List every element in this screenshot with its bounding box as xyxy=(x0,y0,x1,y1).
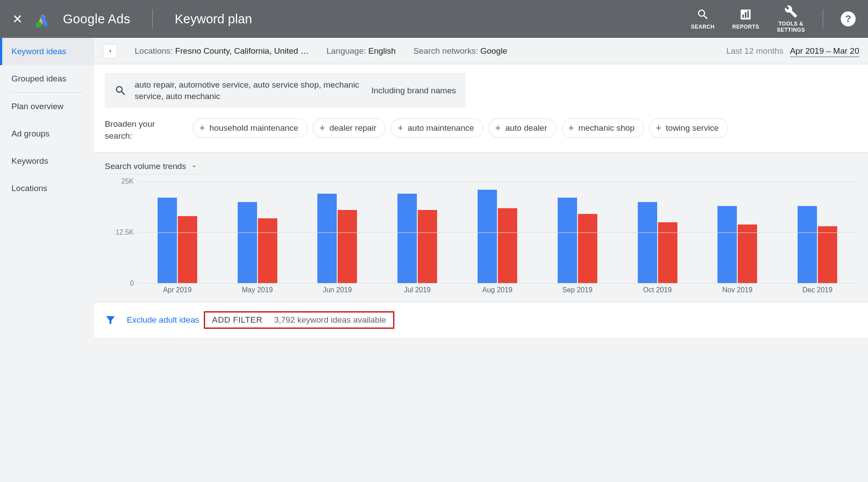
sidebar: Keyword ideas Grouped ideas Plan overvie… xyxy=(0,38,94,482)
highlighted-region: ADD FILTER 3,792 keyword ideas available xyxy=(204,311,394,329)
networks-label: Search networks: xyxy=(413,46,478,55)
search-label: SEARCH xyxy=(691,24,715,30)
language-filter[interactable]: Language: English xyxy=(327,46,396,56)
tools-label: TOOLS & SETTINGS xyxy=(777,21,805,33)
locations-filter[interactable]: Locations: Fresno County, California, Un… xyxy=(135,46,309,56)
chip-label: towing service xyxy=(666,123,719,133)
search-nav[interactable]: SEARCH xyxy=(691,8,715,30)
reports-label: REPORTS xyxy=(732,24,759,30)
header-right: SEARCH REPORTS TOOLS & SETTINGS ? xyxy=(691,5,856,33)
svg-rect-2 xyxy=(745,12,747,18)
bar[interactable] xyxy=(717,206,737,283)
broaden-chip[interactable]: +dealer repair xyxy=(313,118,386,138)
x-tick-label: Apr 2019 xyxy=(137,283,217,296)
broaden-chip[interactable]: +towing service xyxy=(649,118,728,138)
broaden-chip[interactable]: +mechanic shop xyxy=(562,118,644,138)
x-tick-label: Nov 2019 xyxy=(697,283,777,296)
exclude-adult-link[interactable]: Exclude adult ideas xyxy=(127,315,199,325)
collapse-sidebar-button[interactable] xyxy=(103,44,117,58)
x-tick-label: Dec 2019 xyxy=(777,283,857,296)
bar[interactable] xyxy=(798,206,817,283)
seed-row: auto repair, automotive service, auto se… xyxy=(94,64,868,112)
bar[interactable] xyxy=(578,214,597,283)
main-content: Locations: Fresno County, California, Un… xyxy=(94,38,868,482)
bar[interactable] xyxy=(158,198,177,283)
bar[interactable] xyxy=(338,210,357,283)
chart: 012.5K25K Apr 2019May 2019Jun 2019Jul 20… xyxy=(105,181,857,296)
chip-label: household maintenance xyxy=(210,123,298,133)
x-tick-label: Oct 2019 xyxy=(618,283,698,296)
networks-filter[interactable]: Search networks: Google xyxy=(413,46,507,56)
bar[interactable] xyxy=(317,194,337,283)
plus-icon: + xyxy=(656,122,662,134)
bar[interactable] xyxy=(818,226,837,283)
seed-keywords-input[interactable]: auto repair, automotive service, auto se… xyxy=(105,73,466,108)
sidebar-item-keywords[interactable]: Keywords xyxy=(0,147,94,175)
chip-label: auto dealer xyxy=(505,123,547,133)
search-icon xyxy=(114,85,127,97)
y-tick-label: 25K xyxy=(121,177,134,185)
app-header: ✕ Google Ads Keyword plan SEARCH REPORTS… xyxy=(0,0,868,38)
reports-nav[interactable]: REPORTS xyxy=(732,8,759,30)
google-ads-logo-icon xyxy=(34,10,51,28)
chevron-left-icon xyxy=(107,48,113,54)
broaden-chip[interactable]: +household maintenance xyxy=(193,118,308,138)
bar[interactable] xyxy=(478,190,497,283)
bar[interactable] xyxy=(738,224,757,283)
help-button[interactable]: ? xyxy=(841,11,856,26)
bar[interactable] xyxy=(178,216,197,283)
x-tick-label: Aug 2019 xyxy=(457,283,537,296)
chip-label: auto maintenance xyxy=(408,123,474,133)
bar[interactable] xyxy=(558,198,577,283)
plus-icon: + xyxy=(495,122,501,134)
x-tick-label: Sep 2019 xyxy=(537,283,618,296)
reports-icon xyxy=(739,8,752,21)
date-range-filter[interactable]: Last 12 months Apr 2019 – Mar 20 xyxy=(726,46,859,56)
filter-icon[interactable] xyxy=(105,314,116,326)
locations-value: Fresno County, California, United … xyxy=(175,46,309,55)
close-icon[interactable]: ✕ xyxy=(12,12,22,26)
bar[interactable] xyxy=(418,210,437,283)
add-filter-button[interactable]: ADD FILTER xyxy=(212,315,262,324)
plus-icon: + xyxy=(568,122,574,134)
tools-nav[interactable]: TOOLS & SETTINGS xyxy=(777,5,805,33)
broaden-label: Broaden your search: xyxy=(105,118,180,142)
header-left: ✕ Google Ads Keyword plan xyxy=(12,9,252,29)
bar[interactable] xyxy=(238,202,257,283)
page-title: Keyword plan xyxy=(175,12,252,26)
filter-bar: Locations: Fresno County, California, Un… xyxy=(94,38,868,64)
sidebar-item-ad-groups[interactable]: Ad groups xyxy=(0,120,94,147)
x-axis: Apr 2019May 2019Jun 2019Jul 2019Aug 2019… xyxy=(137,283,857,296)
date-value: Apr 2019 – Mar 20 xyxy=(790,46,859,57)
language-value: English xyxy=(368,46,396,55)
language-label: Language: xyxy=(327,46,366,55)
y-tick-label: 12.5K xyxy=(115,228,134,236)
svg-rect-3 xyxy=(747,11,749,18)
bar[interactable] xyxy=(638,202,657,283)
chevron-down-icon xyxy=(191,163,198,170)
sidebar-item-locations[interactable]: Locations xyxy=(0,175,94,202)
brand-text: Google Ads xyxy=(63,12,130,26)
bar[interactable] xyxy=(397,194,417,283)
bar[interactable] xyxy=(658,222,677,283)
y-tick-label: 0 xyxy=(130,280,134,287)
sidebar-item-keyword-ideas[interactable]: Keyword ideas xyxy=(0,38,94,65)
broaden-chip[interactable]: +auto maintenance xyxy=(391,118,483,138)
broaden-search: Broaden your search: +household maintena… xyxy=(94,112,868,152)
sidebar-item-grouped-ideas[interactable]: Grouped ideas xyxy=(0,65,94,92)
broaden-chips: +household maintenance+dealer repair+aut… xyxy=(193,118,728,138)
sidebar-item-plan-overview[interactable]: Plan overview xyxy=(0,93,94,120)
locations-label: Locations: xyxy=(135,46,173,55)
broaden-chip[interactable]: +auto dealer xyxy=(489,118,556,138)
svg-rect-1 xyxy=(743,15,744,18)
search-icon xyxy=(696,8,710,21)
divider xyxy=(823,9,823,29)
plus-icon: + xyxy=(320,122,325,134)
plus-icon: + xyxy=(199,122,205,134)
bar[interactable] xyxy=(258,218,277,283)
chart-section: Search volume trends 012.5K25K Apr 2019M… xyxy=(94,153,868,302)
networks-value: Google xyxy=(480,46,507,55)
bar[interactable] xyxy=(498,208,517,283)
chart-title-dropdown[interactable]: Search volume trends xyxy=(105,162,198,174)
x-tick-label: Jul 2019 xyxy=(377,283,457,296)
